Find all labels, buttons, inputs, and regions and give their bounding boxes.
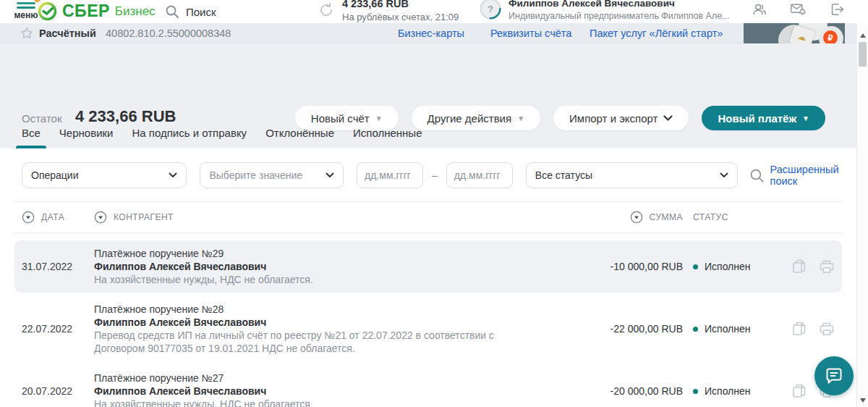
- tabs: ВсеЧерновикиНа подпись и отправкуОтклонё…: [22, 127, 422, 148]
- import-export-button[interactable]: Импорт и экспорт: [553, 106, 689, 130]
- print-icon[interactable]: [819, 259, 835, 274]
- tab-0[interactable]: Все: [22, 127, 41, 148]
- column-amount[interactable]: СУММА: [561, 211, 690, 224]
- row-title: Платёжное поручение №29: [94, 247, 561, 260]
- header-balance-amount: 4 233,66 RUB: [342, 0, 459, 9]
- refresh-icon[interactable]: [318, 2, 334, 18]
- row-date: 31.07.2022: [22, 261, 94, 272]
- status-dot-icon: [693, 264, 698, 269]
- table-row[interactable]: 31.07.2022 Платёжное поручение №29 Филип…: [14, 240, 842, 293]
- header-balance: 4 233,66 RUB На рублёвых счетах, 21:09: [318, 0, 459, 22]
- user-subtitle: Индивидуальный предприниматель Филиппов …: [509, 11, 730, 21]
- account-number: 40802.810.2.55000008348: [106, 28, 231, 39]
- status-label: Исполнен: [705, 385, 751, 397]
- logo-brand-text: СБЕР: [62, 1, 110, 21]
- account-bar: Расчётный 40802.810.2.55000008348 Бизнес…: [0, 23, 856, 43]
- row-date: 22.07.2022: [22, 323, 94, 335]
- row-description: Перевод средств ИП на личный счёт по рее…: [94, 329, 517, 355]
- status-select[interactable]: Все статусы: [526, 162, 738, 188]
- logout-icon[interactable]: [829, 1, 845, 17]
- vertical-scrollbar[interactable]: [856, 23, 868, 407]
- date-to-input[interactable]: дд.мм.гггг: [446, 162, 513, 188]
- link-service-package[interactable]: Пакет услуг «Лёгкий старт»: [590, 28, 723, 39]
- promo-banner[interactable]: ☁ ₽: [744, 23, 845, 43]
- search-icon: [749, 168, 765, 183]
- tab-1[interactable]: Черновики: [59, 127, 114, 148]
- search-label: Поиск: [186, 6, 216, 18]
- date-range-separator: –: [432, 169, 438, 181]
- chat-bubble-icon: [825, 366, 843, 385]
- filter-row: Операции Выберите значение дд.мм.гггг – …: [22, 162, 868, 188]
- chevron-down-icon: [169, 172, 177, 178]
- row-status: Исполнен: [690, 323, 768, 335]
- table-header: ДАТА КОНТРАГЕНТ СУММА СТАТУС: [14, 201, 842, 233]
- status-dot-icon: [693, 327, 698, 332]
- row-status: Исполнен: [690, 385, 768, 397]
- table-row[interactable]: 20.07.2022 Платёжное поручение №27 Филип…: [14, 365, 842, 407]
- scroll-thumb[interactable]: [859, 42, 867, 67]
- row-title: Платёжное поручение №28: [94, 303, 561, 316]
- status-label: Исполнен: [705, 261, 751, 272]
- row-description: На хозяйственные нужды, НДС не облагаетс…: [94, 273, 517, 286]
- header-balance-subtitle: На рублёвых счетах, 21:09: [342, 12, 459, 22]
- caret-down-icon: ▼: [802, 114, 809, 122]
- scroll-down-arrow[interactable]: [860, 398, 866, 403]
- favorite-star-icon[interactable]: [20, 27, 33, 40]
- chevron-down-icon: [720, 172, 728, 178]
- user-menu[interactable]: ? Филиппов Алексей Вячеславович Индивиду…: [480, 0, 730, 21]
- row-counterparty: Филиппов Алексей Вячеславович: [94, 260, 561, 273]
- hamburger-icon: [17, 0, 35, 9]
- status-dot-icon: [693, 389, 698, 394]
- balance-label: Остаток: [22, 112, 62, 125]
- banner-orange-badge: ₽: [823, 30, 838, 43]
- link-account-details[interactable]: Реквизиты счёта: [490, 28, 571, 39]
- sber-business-logo[interactable]: СБЕР Бизнес: [38, 1, 156, 21]
- search-control[interactable]: Поиск: [165, 4, 216, 19]
- logo-suffix-text: Бизнес: [115, 4, 156, 19]
- chevron-down-icon: [663, 115, 673, 122]
- mail-notifications-icon[interactable]: [790, 1, 806, 17]
- column-status: СТАТУС: [690, 212, 768, 222]
- avatar: ?: [480, 0, 501, 20]
- tab-3[interactable]: Отклонённые: [265, 127, 334, 148]
- copy-icon[interactable]: [791, 321, 807, 337]
- account-type-label: Расчётный: [39, 28, 96, 39]
- column-counterparty[interactable]: КОНТРАГЕНТ: [94, 211, 561, 224]
- link-business-cards[interactable]: Бизнес-карты: [398, 28, 464, 39]
- top-header: меню СБЕР Бизнес Поиск 4 233,66 RUB На р…: [0, 0, 856, 23]
- operations-select[interactable]: Операции: [22, 162, 187, 188]
- chat-button[interactable]: [814, 356, 854, 395]
- caret-down-icon: ▼: [375, 114, 383, 122]
- row-amount: -22 000,00 RUB: [561, 323, 690, 335]
- other-actions-button[interactable]: Другие действия ▼: [412, 106, 540, 130]
- row-title: Платёжное поручение №27: [94, 372, 561, 385]
- new-payment-button[interactable]: Новый платёж ▼: [702, 106, 825, 130]
- row-counterparty: Филиппов Алексей Вячеславович: [94, 385, 561, 398]
- user-name: Филиппов Алексей Вячеславович: [509, 0, 730, 9]
- tab-2[interactable]: На подпись и отправку: [132, 127, 247, 148]
- search-icon: [165, 4, 179, 19]
- contacts-icon[interactable]: [751, 1, 767, 17]
- chevron-down-icon: [326, 172, 334, 178]
- advanced-search-link[interactable]: Расширенный поиск: [749, 164, 868, 187]
- copy-icon[interactable]: [791, 383, 807, 399]
- table-row[interactable]: 22.07.2022 Платёжное поручение №28 Филип…: [14, 296, 842, 361]
- status-label: Исполнен: [705, 323, 751, 335]
- row-description: На хозяйственные нужды, НДС не облагаетс…: [94, 398, 517, 407]
- payments-list: 31.07.2022 Платёжное поручение №29 Филип…: [14, 240, 842, 407]
- scroll-up-arrow[interactable]: [860, 33, 866, 38]
- copy-icon[interactable]: [791, 259, 807, 274]
- value-select[interactable]: Выберите значение: [200, 162, 344, 188]
- print-icon[interactable]: [819, 321, 835, 337]
- account-summary-section: Остаток 4 233,66 RUB Новый счёт ▼ Другие…: [0, 43, 856, 148]
- row-status: Исполнен: [690, 261, 768, 272]
- tab-4[interactable]: Исполненные: [353, 127, 422, 148]
- sort-icon: [94, 211, 107, 224]
- caret-down-icon: ▼: [517, 114, 524, 122]
- row-counterparty: Филиппов Алексей Вячеславович: [94, 316, 561, 329]
- sort-icon: [22, 211, 35, 224]
- row-amount: -20 000,00 RUB: [561, 385, 690, 397]
- date-from-input[interactable]: дд.мм.гггг: [357, 162, 423, 188]
- column-date[interactable]: ДАТА: [22, 211, 94, 224]
- svg-text:?: ?: [488, 4, 493, 14]
